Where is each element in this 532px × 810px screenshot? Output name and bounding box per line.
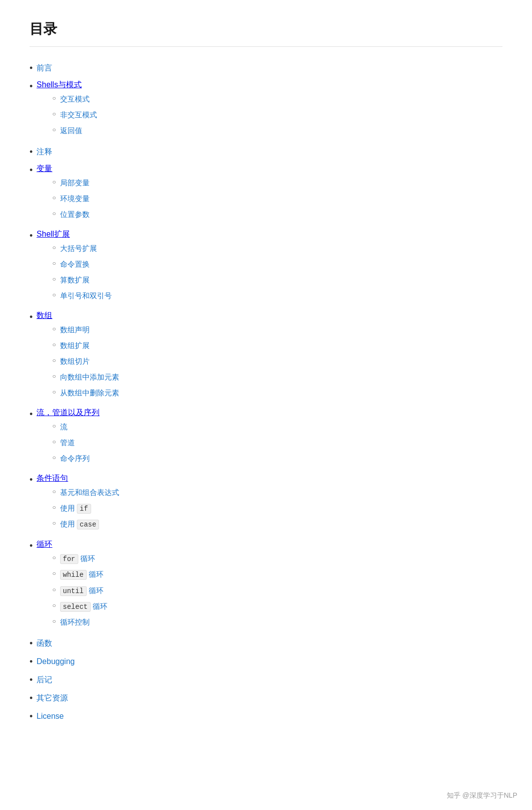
list-item: ○ 向数组中添加元素 — [52, 371, 119, 383]
sub-bullet-icon: ○ — [52, 585, 56, 595]
list-item: ○ 位置参数 — [52, 209, 89, 220]
list-item: ○ 单引号和双引号 — [52, 290, 111, 302]
toc-link-pipe[interactable]: 管道 — [60, 437, 75, 449]
code-until: until — [60, 586, 87, 596]
toc-link-resources[interactable]: 其它资源 — [36, 692, 68, 704]
toc-link-loops[interactable]: 循环 — [36, 539, 107, 550]
toc-link-noninteractive[interactable]: 非交互模式 — [60, 109, 97, 121]
bullet-icon: • — [30, 311, 33, 324]
toc-link-arith-expansion[interactable]: 算数扩展 — [60, 274, 90, 286]
sub-bullet-icon: ○ — [52, 387, 56, 397]
sub-list: ○ 流 ○ 管道 ○ 命令序列 — [52, 421, 100, 468]
list-item: • 函数 — [30, 637, 502, 650]
toc-link-comments[interactable]: 注释 — [36, 145, 52, 158]
list-item: • 前言 — [30, 62, 502, 75]
sub-bullet-icon: ○ — [52, 93, 56, 103]
toc-link-until-loop[interactable]: until 循环 — [60, 585, 103, 597]
list-item: ○ 数组切片 — [52, 355, 119, 367]
toc-link-array-remove[interactable]: 从数组中删除元素 — [60, 387, 119, 399]
toc-link-brace-expansion[interactable]: 大括号扩展 — [60, 243, 97, 254]
list-item: ○ 使用 if — [52, 502, 119, 514]
toc-link-primitives[interactable]: 基元和组合表达式 — [60, 487, 119, 498]
list-item: ○ select 循环 — [52, 600, 107, 612]
sub-bullet-icon: ○ — [52, 453, 56, 462]
toc-link-local-var[interactable]: 局部变量 — [60, 177, 90, 189]
sub-bullet-icon: ○ — [52, 553, 56, 563]
sub-bullet-icon: ○ — [52, 243, 56, 252]
list-item: • 条件语句 ○ 基元和组合表达式 ○ 使用 if ○ 使用 case — [30, 473, 502, 534]
toc-link-quotes[interactable]: 单引号和双引号 — [60, 290, 112, 302]
bullet-icon: • — [30, 80, 33, 93]
toc-link-preface[interactable]: 前言 — [36, 62, 52, 74]
bullet-icon: • — [30, 710, 33, 723]
sub-bullet-icon: ○ — [52, 177, 56, 187]
section-shell-expansion: Shell扩展 ○ 大括号扩展 ○ 命令置换 ○ 算数扩展 ○ 单引号和双引号 — [36, 229, 111, 306]
sub-bullet-icon: ○ — [52, 109, 56, 119]
list-item: ○ 管道 — [52, 437, 100, 449]
toc-link-variables[interactable]: 变量 — [36, 164, 89, 174]
toc-link-arrays[interactable]: 数组 — [36, 311, 119, 321]
toc-link-returnval[interactable]: 返回值 — [60, 125, 82, 137]
toc-link-array-slice[interactable]: 数组切片 — [60, 355, 90, 367]
watermark: 知乎 @深度学习于NLP — [447, 791, 517, 800]
list-item: ○ 使用 case — [52, 518, 119, 530]
list-item: ○ 命令序列 — [52, 453, 100, 464]
toc-link-cmd-seq[interactable]: 命令序列 — [60, 453, 90, 464]
toc-link-select-loop[interactable]: select 循环 — [60, 600, 108, 612]
section-pipes: 流，管道以及序列 ○ 流 ○ 管道 ○ 命令序列 — [36, 408, 100, 468]
list-item: • Debugging — [30, 655, 502, 669]
toc-link-for-loop[interactable]: for 循环 — [60, 553, 95, 564]
sub-bullet-icon: ○ — [52, 518, 56, 528]
section-variables: 变量 ○ 局部变量 ○ 环境变量 ○ 位置参数 — [36, 164, 89, 224]
toc-link-pos-param[interactable]: 位置参数 — [60, 209, 90, 220]
toc-link-pipes[interactable]: 流，管道以及序列 — [36, 408, 100, 418]
toc-link-array-decl[interactable]: 数组声明 — [60, 324, 90, 336]
list-item: • Shell扩展 ○ 大括号扩展 ○ 命令置换 ○ 算数扩展 ○ 单引号和双 — [30, 229, 502, 306]
list-item: ○ until 循环 — [52, 585, 107, 597]
sub-bullet-icon: ○ — [52, 209, 56, 218]
toc-link-array-add[interactable]: 向数组中添加元素 — [60, 371, 119, 383]
list-item: • 流，管道以及序列 ○ 流 ○ 管道 ○ 命令序列 — [30, 408, 502, 468]
toc-link-array-expansion[interactable]: 数组扩展 — [60, 340, 90, 352]
toc-link-license[interactable]: License — [36, 710, 64, 723]
toc-link-loop-control[interactable]: 循环控制 — [60, 616, 90, 628]
toc-link-while-loop[interactable]: while 循环 — [60, 568, 103, 580]
sub-bullet-icon: ○ — [52, 371, 56, 381]
list-item: ○ for 循环 — [52, 553, 107, 564]
sub-bullet-icon: ○ — [52, 258, 56, 268]
bullet-icon: • — [30, 408, 33, 421]
bullet-icon: • — [30, 539, 33, 553]
list-item: ○ 交互模式 — [52, 93, 97, 105]
list-item: • License — [30, 710, 502, 723]
bullet-icon: • — [30, 164, 33, 177]
toc-link-cmd-substitution[interactable]: 命令置换 — [60, 258, 90, 270]
toc-title: 目录 — [30, 20, 502, 47]
toc-list: • 前言 • Shells与模式 ○ 交互模式 ○ 非交互模式 ○ 返回值 — [30, 62, 502, 723]
bullet-icon: • — [30, 145, 33, 159]
toc-link-shell-expansion[interactable]: Shell扩展 — [36, 229, 111, 240]
toc-link-stream[interactable]: 流 — [60, 421, 67, 433]
sub-bullet-icon: ○ — [52, 616, 56, 626]
bullet-icon: • — [30, 62, 33, 75]
list-item: ○ 循环控制 — [52, 616, 107, 628]
bullet-icon: • — [30, 692, 33, 705]
code-while: while — [60, 570, 87, 580]
toc-link-conditionals[interactable]: 条件语句 — [36, 473, 119, 484]
toc-link-debugging[interactable]: Debugging — [36, 655, 74, 668]
toc-link-use-if[interactable]: 使用 if — [60, 502, 91, 514]
sub-list: ○ 交互模式 ○ 非交互模式 ○ 返回值 — [52, 93, 97, 141]
sub-bullet-icon: ○ — [52, 290, 56, 300]
sub-bullet-icon: ○ — [52, 324, 56, 334]
list-item: • 变量 ○ 局部变量 ○ 环境变量 ○ 位置参数 — [30, 164, 502, 224]
code-case: case — [77, 520, 100, 529]
list-item: ○ 环境变量 — [52, 193, 89, 205]
toc-link-interactive[interactable]: 交互模式 — [60, 93, 90, 105]
sub-list: ○ 局部变量 ○ 环境变量 ○ 位置参数 — [52, 177, 89, 224]
list-item: ○ 从数组中删除元素 — [52, 387, 119, 399]
toc-link-postscript[interactable]: 后记 — [36, 673, 52, 686]
toc-link-functions[interactable]: 函数 — [36, 637, 52, 650]
toc-link-use-case[interactable]: 使用 case — [60, 518, 100, 530]
list-item: • Shells与模式 ○ 交互模式 ○ 非交互模式 ○ 返回值 — [30, 80, 502, 141]
toc-link-shells[interactable]: Shells与模式 — [36, 80, 97, 90]
toc-link-env-var[interactable]: 环境变量 — [60, 193, 90, 205]
